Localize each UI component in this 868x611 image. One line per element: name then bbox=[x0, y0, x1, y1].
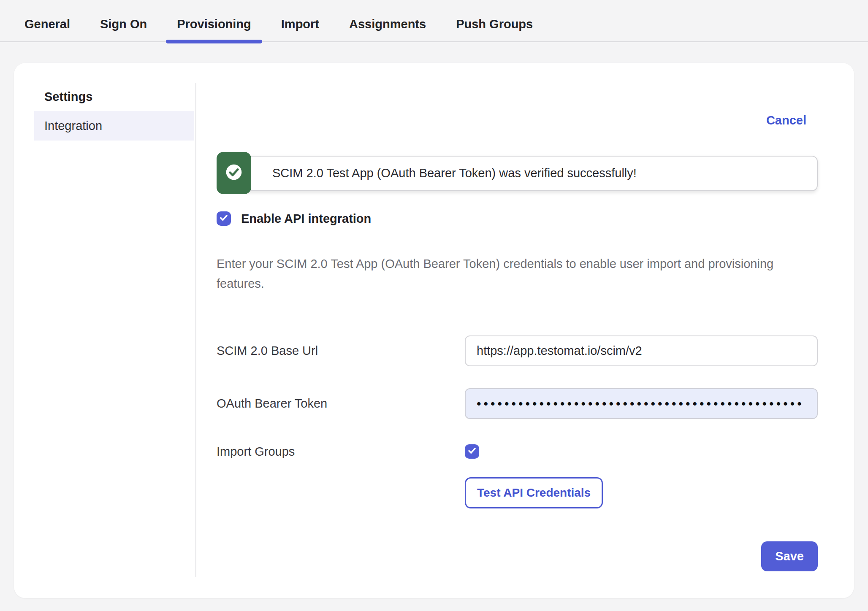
success-banner-accent bbox=[217, 152, 251, 194]
cancel-link[interactable]: Cancel bbox=[766, 114, 806, 127]
tab-import[interactable]: Import bbox=[270, 17, 330, 41]
tab-assignments[interactable]: Assignments bbox=[338, 17, 437, 41]
success-banner: SCIM 2.0 Test App (OAuth Bearer Token) w… bbox=[217, 152, 818, 194]
success-check-icon bbox=[225, 164, 242, 182]
enable-api-row: Enable API integration bbox=[217, 210, 818, 227]
token-field bbox=[465, 388, 818, 419]
tab-bar: General Sign On Provisioning Import Assi… bbox=[0, 0, 868, 42]
tab-push-groups[interactable]: Push Groups bbox=[445, 17, 544, 41]
base-url-label: SCIM 2.0 Base Url bbox=[217, 344, 465, 358]
provisioning-card: Settings Integration Cancel SCIM 2.0 Tes… bbox=[14, 63, 854, 598]
enable-api-label: Enable API integration bbox=[241, 212, 371, 226]
enable-api-checkbox[interactable] bbox=[217, 211, 231, 226]
base-url-input[interactable] bbox=[465, 335, 818, 366]
save-row: Save bbox=[217, 541, 818, 571]
token-row: OAuth Bearer Token bbox=[217, 388, 818, 419]
sidebar-item-integration[interactable]: Integration bbox=[34, 111, 194, 141]
token-label: OAuth Bearer Token bbox=[217, 397, 465, 411]
settings-sidebar: Settings Integration bbox=[14, 63, 195, 598]
tab-general[interactable]: General bbox=[14, 17, 81, 41]
import-groups-checkbox[interactable] bbox=[465, 444, 479, 459]
import-groups-field bbox=[465, 444, 818, 459]
cancel-row: Cancel bbox=[217, 114, 818, 127]
checkbox-check-icon bbox=[467, 446, 477, 457]
save-button[interactable]: Save bbox=[761, 541, 818, 571]
credentials-description: Enter your SCIM 2.0 Test App (OAuth Bear… bbox=[217, 254, 799, 294]
base-url-row: SCIM 2.0 Base Url bbox=[217, 335, 818, 366]
base-url-field bbox=[465, 335, 818, 366]
tab-sign-on[interactable]: Sign On bbox=[89, 17, 158, 41]
test-api-credentials-button[interactable]: Test API Credentials bbox=[465, 477, 603, 508]
oauth-token-input[interactable] bbox=[465, 388, 818, 419]
test-credentials-row: Test API Credentials bbox=[465, 477, 818, 508]
import-groups-row: Import Groups bbox=[217, 443, 818, 460]
tab-provisioning[interactable]: Provisioning bbox=[166, 17, 262, 41]
sidebar-heading: Settings bbox=[44, 89, 195, 104]
success-banner-message: SCIM 2.0 Test App (OAuth Bearer Token) w… bbox=[272, 166, 637, 180]
checkbox-check-icon bbox=[219, 213, 229, 224]
import-groups-label: Import Groups bbox=[217, 445, 465, 459]
integration-settings-panel: Cancel SCIM 2.0 Test App (OAuth Bearer T… bbox=[196, 63, 854, 598]
